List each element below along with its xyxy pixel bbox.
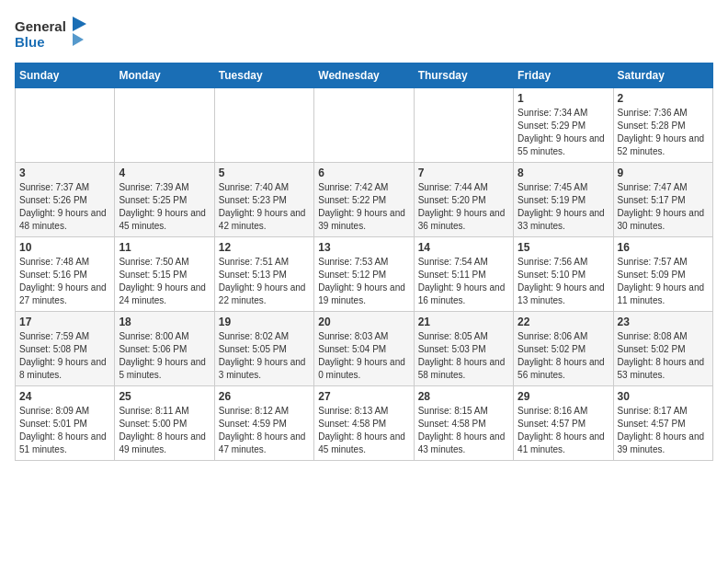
- calendar-cell: 4Sunrise: 7:39 AM Sunset: 5:25 PM Daylig…: [115, 163, 214, 237]
- calendar-cell: 30Sunrise: 8:17 AM Sunset: 4:57 PM Dayli…: [613, 386, 712, 461]
- calendar-cell: 3Sunrise: 7:37 AM Sunset: 5:26 PM Daylig…: [16, 163, 115, 237]
- day-number: 17: [19, 316, 110, 328]
- week-row-2: 10Sunrise: 7:48 AM Sunset: 5:16 PM Dayli…: [16, 237, 713, 312]
- day-info: Sunrise: 7:50 AM Sunset: 5:15 PM Dayligh…: [119, 256, 210, 307]
- day-info: Sunrise: 7:44 AM Sunset: 5:20 PM Dayligh…: [418, 181, 509, 233]
- day-number: 13: [318, 241, 409, 254]
- day-number: 30: [618, 390, 709, 403]
- svg-text:Blue: Blue: [15, 34, 45, 50]
- day-info: Sunrise: 7:40 AM Sunset: 5:23 PM Dayligh…: [219, 181, 310, 233]
- calendar-cell: 26Sunrise: 8:12 AM Sunset: 4:59 PM Dayli…: [214, 386, 313, 461]
- day-info: Sunrise: 7:34 AM Sunset: 5:29 PM Dayligh…: [518, 107, 609, 158]
- day-header-thursday: Thursday: [414, 63, 513, 88]
- day-info: Sunrise: 8:06 AM Sunset: 5:02 PM Dayligh…: [518, 330, 609, 382]
- day-number: 8: [518, 167, 609, 179]
- logo: GeneralBlue: [15, 15, 88, 52]
- day-number: 1: [518, 92, 609, 105]
- svg-marker-3: [73, 33, 84, 46]
- day-info: Sunrise: 7:39 AM Sunset: 5:25 PM Dayligh…: [119, 181, 210, 233]
- day-number: 16: [618, 241, 709, 254]
- day-header-saturday: Saturday: [613, 63, 712, 88]
- day-number: 27: [318, 390, 409, 403]
- day-header-monday: Monday: [115, 63, 214, 88]
- calendar-cell: 8Sunrise: 7:45 AM Sunset: 5:19 PM Daylig…: [514, 163, 613, 237]
- calendar-cell: 6Sunrise: 7:42 AM Sunset: 5:22 PM Daylig…: [314, 163, 414, 237]
- calendar-cell: 13Sunrise: 7:53 AM Sunset: 5:12 PM Dayli…: [314, 237, 414, 312]
- calendar-cell: 16Sunrise: 7:57 AM Sunset: 5:09 PM Dayli…: [613, 237, 712, 312]
- day-number: 19: [219, 316, 310, 328]
- calendar-cell: 22Sunrise: 8:06 AM Sunset: 5:02 PM Dayli…: [514, 312, 613, 386]
- day-info: Sunrise: 8:05 AM Sunset: 5:03 PM Dayligh…: [418, 330, 509, 382]
- calendar-cell: 5Sunrise: 7:40 AM Sunset: 5:23 PM Daylig…: [214, 163, 313, 237]
- calendar-cell: 11Sunrise: 7:50 AM Sunset: 5:15 PM Dayli…: [115, 237, 214, 312]
- day-number: 15: [518, 241, 609, 254]
- logo-svg: GeneralBlue: [15, 15, 88, 52]
- day-number: 20: [318, 316, 409, 328]
- day-info: Sunrise: 8:16 AM Sunset: 4:57 PM Dayligh…: [518, 405, 609, 456]
- calendar-cell: 2Sunrise: 7:36 AM Sunset: 5:28 PM Daylig…: [613, 88, 712, 163]
- calendar-cell: [414, 88, 513, 163]
- calendar-cell: [214, 88, 313, 163]
- day-number: 21: [418, 316, 509, 328]
- day-number: 2: [618, 92, 709, 105]
- week-row-3: 17Sunrise: 7:59 AM Sunset: 5:08 PM Dayli…: [16, 312, 713, 386]
- day-info: Sunrise: 7:48 AM Sunset: 5:16 PM Dayligh…: [19, 256, 110, 307]
- day-info: Sunrise: 8:02 AM Sunset: 5:05 PM Dayligh…: [219, 330, 310, 382]
- day-info: Sunrise: 7:53 AM Sunset: 5:12 PM Dayligh…: [318, 256, 409, 307]
- day-info: Sunrise: 8:17 AM Sunset: 4:57 PM Dayligh…: [618, 405, 709, 456]
- day-info: Sunrise: 8:13 AM Sunset: 4:58 PM Dayligh…: [318, 405, 409, 456]
- calendar-cell: 18Sunrise: 8:00 AM Sunset: 5:06 PM Dayli…: [115, 312, 214, 386]
- day-info: Sunrise: 7:54 AM Sunset: 5:11 PM Dayligh…: [418, 256, 509, 307]
- calendar-cell: 28Sunrise: 8:15 AM Sunset: 4:58 PM Dayli…: [414, 386, 513, 461]
- calendar-cell: 19Sunrise: 8:02 AM Sunset: 5:05 PM Dayli…: [214, 312, 313, 386]
- day-number: 26: [219, 390, 310, 403]
- day-info: Sunrise: 8:09 AM Sunset: 5:01 PM Dayligh…: [19, 405, 110, 456]
- day-number: 18: [119, 316, 210, 328]
- day-header-wednesday: Wednesday: [314, 63, 414, 88]
- week-row-1: 3Sunrise: 7:37 AM Sunset: 5:26 PM Daylig…: [16, 163, 713, 237]
- day-info: Sunrise: 7:45 AM Sunset: 5:19 PM Dayligh…: [518, 181, 609, 233]
- day-number: 22: [518, 316, 609, 328]
- day-info: Sunrise: 7:36 AM Sunset: 5:28 PM Dayligh…: [618, 107, 709, 158]
- calendar-cell: 25Sunrise: 8:11 AM Sunset: 5:00 PM Dayli…: [115, 386, 214, 461]
- calendar-cell: 12Sunrise: 7:51 AM Sunset: 5:13 PM Dayli…: [214, 237, 313, 312]
- day-info: Sunrise: 7:42 AM Sunset: 5:22 PM Dayligh…: [318, 181, 409, 233]
- day-info: Sunrise: 7:47 AM Sunset: 5:17 PM Dayligh…: [618, 181, 709, 233]
- calendar-cell: 14Sunrise: 7:54 AM Sunset: 5:11 PM Dayli…: [414, 237, 513, 312]
- calendar-cell: 7Sunrise: 7:44 AM Sunset: 5:20 PM Daylig…: [414, 163, 513, 237]
- calendar-cell: 1Sunrise: 7:34 AM Sunset: 5:29 PM Daylig…: [514, 88, 613, 163]
- calendar-cell: 20Sunrise: 8:03 AM Sunset: 5:04 PM Dayli…: [314, 312, 414, 386]
- day-number: 29: [518, 390, 609, 403]
- calendar-table: SundayMondayTuesdayWednesdayThursdayFrid…: [15, 63, 713, 461]
- day-number: 12: [219, 241, 310, 254]
- calendar-cell: 10Sunrise: 7:48 AM Sunset: 5:16 PM Dayli…: [16, 237, 115, 312]
- calendar-cell: 17Sunrise: 7:59 AM Sunset: 5:08 PM Dayli…: [16, 312, 115, 386]
- calendar-cell: 21Sunrise: 8:05 AM Sunset: 5:03 PM Dayli…: [414, 312, 513, 386]
- day-number: 14: [418, 241, 509, 254]
- day-info: Sunrise: 8:00 AM Sunset: 5:06 PM Dayligh…: [119, 330, 210, 382]
- day-info: Sunrise: 7:57 AM Sunset: 5:09 PM Dayligh…: [618, 256, 709, 307]
- week-row-0: 1Sunrise: 7:34 AM Sunset: 5:29 PM Daylig…: [16, 88, 713, 163]
- day-info: Sunrise: 7:37 AM Sunset: 5:26 PM Dayligh…: [19, 181, 110, 233]
- calendar-cell: [115, 88, 214, 163]
- calendar-cell: [16, 88, 115, 163]
- day-number: 23: [618, 316, 709, 328]
- week-row-4: 24Sunrise: 8:09 AM Sunset: 5:01 PM Dayli…: [16, 386, 713, 461]
- day-number: 28: [418, 390, 509, 403]
- day-number: 11: [119, 241, 210, 254]
- day-number: 25: [119, 390, 210, 403]
- day-info: Sunrise: 8:12 AM Sunset: 4:59 PM Dayligh…: [219, 405, 310, 456]
- day-number: 7: [418, 167, 509, 179]
- day-info: Sunrise: 7:56 AM Sunset: 5:10 PM Dayligh…: [518, 256, 609, 307]
- calendar-body: 1Sunrise: 7:34 AM Sunset: 5:29 PM Daylig…: [16, 88, 713, 461]
- day-number: 4: [119, 167, 210, 179]
- day-info: Sunrise: 7:51 AM Sunset: 5:13 PM Dayligh…: [219, 256, 310, 307]
- day-number: 3: [19, 167, 110, 179]
- svg-text:General: General: [15, 18, 66, 34]
- page-header: GeneralBlue: [15, 15, 713, 52]
- day-header-friday: Friday: [514, 63, 613, 88]
- calendar-cell: 27Sunrise: 8:13 AM Sunset: 4:58 PM Dayli…: [314, 386, 414, 461]
- calendar-cell: 24Sunrise: 8:09 AM Sunset: 5:01 PM Dayli…: [16, 386, 115, 461]
- calendar-cell: 29Sunrise: 8:16 AM Sunset: 4:57 PM Dayli…: [514, 386, 613, 461]
- day-info: Sunrise: 8:11 AM Sunset: 5:00 PM Dayligh…: [119, 405, 210, 456]
